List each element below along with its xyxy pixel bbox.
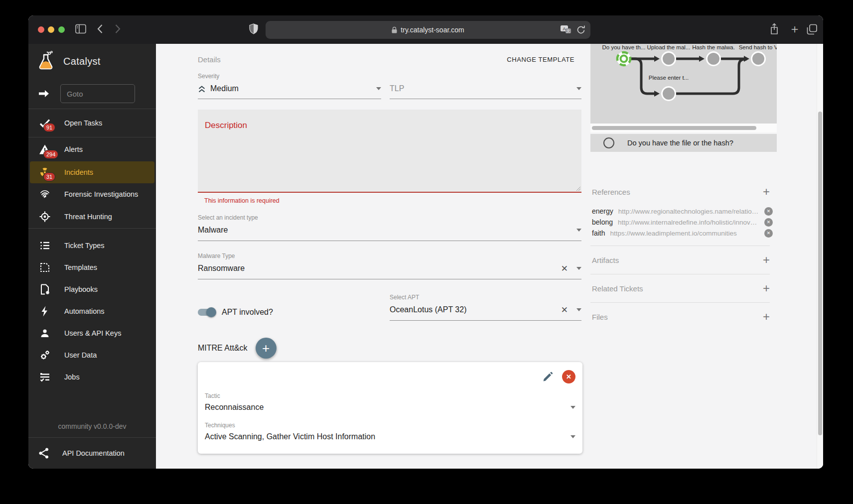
sidebar-item-user-data[interactable]: User Data xyxy=(28,344,156,366)
sidebar-item-threat-hunting[interactable]: Threat Hunting xyxy=(28,205,156,228)
task-question: Do you have the file or the hash? xyxy=(627,139,733,147)
chevron-down-icon xyxy=(376,87,381,90)
playbook-node[interactable] xyxy=(661,51,676,66)
fingerprint-icon xyxy=(38,188,51,200)
sidebar-item-api-documentation[interactable]: API Documentation xyxy=(28,438,156,469)
reload-icon[interactable] xyxy=(577,25,585,35)
goto-input[interactable] xyxy=(60,84,135,103)
mitre-attack-title: MITRE Att&ck xyxy=(198,344,248,353)
main-content: Details CHANGE TEMPLATE Severity Mediu xyxy=(156,44,823,469)
sidebar-item-incidents[interactable]: 31 Incidents xyxy=(30,161,154,183)
malware-type-select[interactable]: Malware Type Ransomware ✕ xyxy=(198,251,581,279)
clear-icon[interactable]: ✕ xyxy=(561,306,568,314)
remove-reference-icon[interactable]: ✕ xyxy=(764,207,773,216)
sidebar-item-users-api-keys[interactable]: Users & API Keys xyxy=(28,322,156,344)
page-scrollbar[interactable] xyxy=(817,44,823,469)
crosshair-icon xyxy=(38,211,51,223)
forward-button[interactable] xyxy=(115,24,121,33)
jobs-icon xyxy=(38,371,51,383)
svg-text:A: A xyxy=(563,26,566,31)
sidebar-item-jobs[interactable]: Jobs xyxy=(28,366,156,388)
add-artifact-button[interactable]: + xyxy=(763,253,770,267)
minimize-window-button[interactable] xyxy=(48,26,54,33)
mitre-card: ✕ Tactic Reconnaissance Techniques xyxy=(198,362,582,454)
sidebar-item-forensic-investigations[interactable]: Forensic Investigations xyxy=(28,183,156,205)
chevron-down-icon xyxy=(576,87,581,90)
add-reference-button[interactable]: + xyxy=(763,185,770,199)
browser-window: try.catalyst-soar.com A 文 xyxy=(28,15,823,469)
goto-arrow-icon xyxy=(38,90,49,98)
diagram-scrollbar-thumb[interactable] xyxy=(592,126,756,130)
resize-grip-icon[interactable] xyxy=(575,186,580,191)
reference-link[interactable]: http://www.regionaltechnologies.name/rel… xyxy=(618,208,760,215)
url-text: try.catalyst-soar.com xyxy=(401,26,464,34)
remove-reference-icon[interactable]: ✕ xyxy=(764,229,773,238)
delete-mitre-button[interactable]: ✕ xyxy=(562,370,575,383)
task-radio[interactable] xyxy=(603,137,614,148)
close-window-button[interactable] xyxy=(38,26,44,33)
reference-row: energy http://www.regionaltechnologies.n… xyxy=(590,206,777,217)
add-mitre-button[interactable]: + xyxy=(256,338,277,359)
apt-involved-toggle[interactable] xyxy=(198,309,215,316)
reference-link[interactable]: http://www.internalredefine.info/holisti… xyxy=(618,219,760,226)
warning-icon: 294 xyxy=(38,144,51,155)
playbook-node[interactable] xyxy=(706,51,721,66)
content-blocker-shield-icon[interactable] xyxy=(249,23,258,34)
check-icon: 91 xyxy=(38,117,51,129)
chevron-down-icon xyxy=(576,267,581,270)
share-icon[interactable] xyxy=(769,23,779,36)
add-file-button[interactable]: + xyxy=(763,310,770,324)
new-tab-icon[interactable]: ＋ xyxy=(789,24,801,34)
change-template-button[interactable]: CHANGE TEMPLATE xyxy=(507,56,581,63)
apt-select[interactable]: Select APT OceanLotus (APT 32) ✕ xyxy=(390,292,581,321)
playbook-node[interactable] xyxy=(751,51,766,66)
severity-select[interactable]: Severity Medium xyxy=(198,71,381,99)
template-icon xyxy=(38,261,51,273)
diagram-scrollbar[interactable] xyxy=(590,124,777,132)
tab-overview-icon[interactable] xyxy=(807,24,818,35)
share-nodes-icon xyxy=(38,447,49,459)
reference-row: faith https://www.leadimplement.io/commu… xyxy=(590,228,777,239)
address-bar[interactable]: try.catalyst-soar.com A 文 xyxy=(266,21,590,39)
references-title: References xyxy=(592,188,630,196)
description-textarea[interactable]: Description xyxy=(198,110,581,193)
tlp-select[interactable]: TLP xyxy=(390,71,581,99)
sidebar-item-automations[interactable]: Automations xyxy=(28,300,156,322)
chevron-down-icon xyxy=(570,406,575,409)
techniques-select[interactable]: Techniques Active Scanning, Gather Victi… xyxy=(205,420,575,443)
files-title: Files xyxy=(592,313,608,321)
app-version: community v0.0.0-dev xyxy=(28,422,156,437)
remove-reference-icon[interactable]: ✕ xyxy=(764,218,773,227)
sidebar-item-open-tasks[interactable]: 91 Open Tasks xyxy=(28,109,156,137)
playbook-node[interactable] xyxy=(661,86,676,101)
reference-link[interactable]: https://www.leadimplement.io/communities xyxy=(610,230,760,237)
incident-type-select[interactable]: Select an incident type Malware xyxy=(198,213,581,241)
sidebar-item-playbooks[interactable]: Playbooks xyxy=(28,278,156,300)
lock-icon xyxy=(392,26,397,33)
tactic-select[interactable]: Tactic Reconnaissance xyxy=(205,391,575,413)
playbook-task-row[interactable]: Do you have the file or the hash? xyxy=(590,134,777,152)
sidebar-toggle-icon[interactable] xyxy=(75,24,86,34)
back-button[interactable] xyxy=(97,24,103,33)
edit-pencil-icon[interactable] xyxy=(543,372,553,382)
severity-medium-icon xyxy=(198,85,206,93)
zoom-window-button[interactable] xyxy=(58,26,65,33)
add-related-ticket-button[interactable]: + xyxy=(763,281,770,295)
chevron-down-icon xyxy=(576,229,581,232)
sidebar-item-alerts[interactable]: 294 Alerts xyxy=(28,137,156,161)
details-title: Details xyxy=(198,55,221,64)
browser-toolbar: try.catalyst-soar.com A 文 xyxy=(28,15,823,44)
radiation-icon: 31 xyxy=(38,166,51,178)
translate-icon[interactable]: A 文 xyxy=(560,25,572,35)
gears-icon xyxy=(38,349,51,361)
page-scrollbar-thumb[interactable] xyxy=(818,112,822,435)
open-tasks-badge: 91 xyxy=(43,123,55,132)
sidebar: Catalyst 91 Open Tasks xyxy=(28,44,156,469)
incidents-badge: 31 xyxy=(43,172,55,181)
playbook-diagram[interactable]: Do you have th... Upload the mal... Hash… xyxy=(590,44,777,124)
clear-icon[interactable]: ✕ xyxy=(561,264,568,273)
sidebar-item-ticket-types[interactable]: Ticket Types xyxy=(28,235,156,256)
playbook-start-node[interactable] xyxy=(615,50,632,67)
sidebar-item-templates[interactable]: Templates xyxy=(28,256,156,278)
lightning-bolt-icon xyxy=(38,305,51,317)
